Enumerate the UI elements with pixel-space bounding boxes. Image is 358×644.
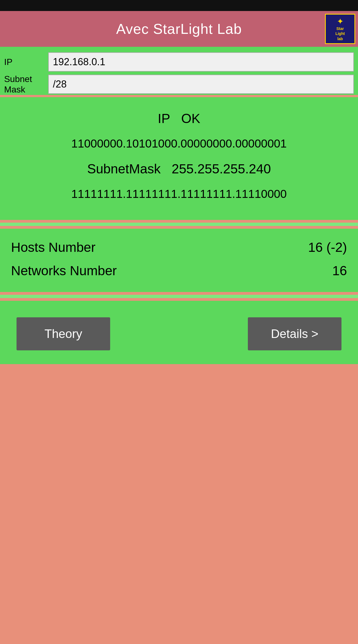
- divider-top: [0, 223, 358, 226]
- results-area: IP OK 11000000.10101000.00000000.0000000…: [0, 97, 358, 220]
- bottom-buttons-section: Theory Details >: [0, 301, 358, 364]
- subnet-mask-result-row: SubnetMask 255.255.255.240: [6, 161, 352, 176]
- subnet-mask-result-label: SubnetMask: [87, 161, 161, 176]
- hosts-value: 16 (-2): [308, 240, 347, 255]
- subnet-row: Subnet Mask: [4, 74, 354, 95]
- subnet-mask-result-value: 255.255.255.240: [172, 161, 271, 176]
- input-area: IP Subnet Mask: [0, 47, 358, 95]
- logo-star-icon: ✦: [337, 17, 344, 26]
- theory-button[interactable]: Theory: [17, 317, 110, 350]
- hosts-row: Hosts Number 16 (-2): [11, 240, 347, 255]
- ip-label: IP: [4, 57, 48, 67]
- subnet-mask-label: Subnet Mask: [4, 74, 48, 95]
- subnet-mask-input[interactable]: [48, 75, 354, 94]
- bottom-bar: [0, 364, 358, 414]
- networks-row: Networks Number 16: [11, 263, 347, 278]
- subnet-binary-display: 11111111.11111111.11111111.11110000: [6, 187, 352, 201]
- app-title: Avec StarLight Lab: [116, 21, 242, 37]
- ip-binary-display: 11000000.10101000.00000000.00000001: [6, 137, 352, 150]
- hosts-label: Hosts Number: [11, 240, 96, 255]
- status-bar: [0, 0, 358, 11]
- networks-value: 16: [332, 263, 347, 278]
- logo-text: StarLightlab: [335, 26, 345, 41]
- ip-status-value: OK: [181, 111, 200, 126]
- details-button[interactable]: Details >: [248, 317, 341, 350]
- app-header: Avec StarLight Lab ✦ StarLightlab: [0, 11, 358, 47]
- networks-label: Networks Number: [11, 263, 117, 278]
- ip-status-row: IP OK: [6, 111, 352, 126]
- ip-row: IP: [4, 52, 354, 72]
- divider-bottom: [0, 295, 358, 298]
- logo: ✦ StarLightlab: [325, 14, 355, 44]
- stats-section: Hosts Number 16 (-2) Networks Number 16: [0, 229, 358, 292]
- ip-input[interactable]: [48, 52, 354, 72]
- ip-status-label: IP: [158, 111, 170, 126]
